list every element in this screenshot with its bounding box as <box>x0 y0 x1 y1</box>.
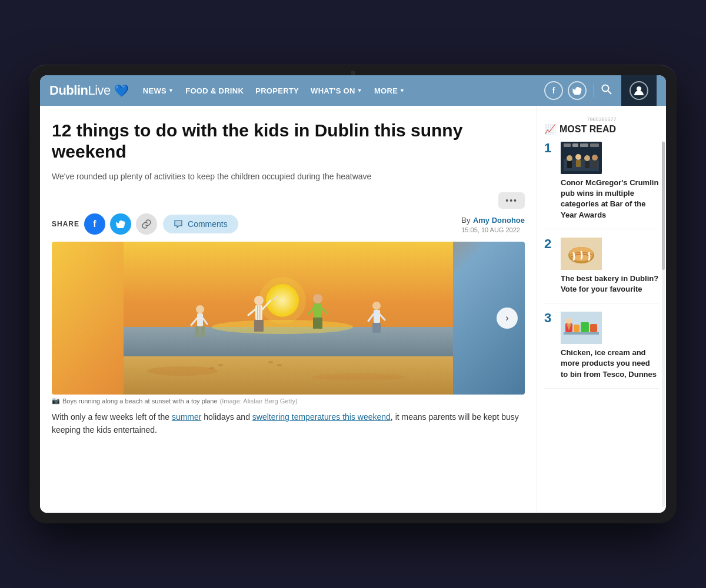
camera-dot <box>351 71 355 75</box>
weekend-link[interactable]: sweltering temperatures this weekend <box>252 412 391 422</box>
sidebar-item-2-image <box>561 238 602 270</box>
article-image: › <box>52 242 525 395</box>
sidebar-item-1-image <box>561 142 602 174</box>
svg-point-39 <box>268 361 273 363</box>
svg-rect-59 <box>564 332 599 335</box>
sidebar-item-3[interactable]: 3 <box>544 312 659 389</box>
search-icon <box>601 84 612 95</box>
share-facebook-button[interactable]: f <box>84 213 105 235</box>
svg-rect-61 <box>574 325 580 332</box>
logo[interactable]: DublinLive 💙 <box>49 83 129 98</box>
image-caption: 📷 Boys running along a beach at sunset w… <box>52 397 525 405</box>
svg-rect-54 <box>590 143 599 147</box>
nav-item-property[interactable]: PROPERTY <box>255 86 299 95</box>
share-twitter-button[interactable] <box>110 213 131 235</box>
sidebar-item-3-title: Chicken, ice cream and more products you… <box>561 348 659 380</box>
article-main: 12 things to do with the kids in Dublin … <box>40 106 537 513</box>
nav-item-news[interactable]: NEWS ▼ <box>143 86 174 95</box>
svg-point-45 <box>575 154 581 160</box>
nav-item-food[interactable]: FOOD & DRINK <box>185 86 244 95</box>
svg-rect-22 <box>259 320 264 332</box>
nav-right: f <box>544 75 657 106</box>
user-icon <box>634 85 644 96</box>
svg-rect-48 <box>585 161 590 168</box>
svg-rect-14 <box>201 326 205 337</box>
search-button[interactable] <box>601 84 612 98</box>
article-title: 12 things to do with the kids in Dublin … <box>52 120 525 162</box>
award-event-image <box>561 142 602 174</box>
svg-rect-18 <box>255 305 262 320</box>
svg-point-0 <box>602 85 609 91</box>
heart-icon: 💙 <box>114 83 129 98</box>
more-options-row: ••• <box>52 192 525 209</box>
share-section: SHARE f <box>52 213 157 235</box>
svg-rect-21 <box>254 320 259 332</box>
logo-text: DublinLive <box>49 83 111 98</box>
svg-point-38 <box>218 364 223 366</box>
image-next-button[interactable]: › <box>497 308 518 329</box>
sidebar-item-2-number: 2 <box>544 238 556 295</box>
twitter-bird-icon <box>572 87 582 95</box>
nav-item-more[interactable]: MORE ▼ <box>374 86 405 95</box>
svg-point-64 <box>566 318 572 324</box>
tablet-screen: DublinLive 💙 NEWS ▼ FOOD & DRINK PROPERT… <box>40 75 666 513</box>
svg-rect-19 <box>257 305 258 320</box>
svg-point-17 <box>254 296 264 305</box>
svg-point-43 <box>567 155 572 161</box>
svg-point-40 <box>277 364 282 366</box>
svg-point-37 <box>209 367 214 369</box>
summer-link[interactable]: summer <box>172 412 202 422</box>
svg-point-7 <box>212 320 353 334</box>
twitter-nav-button[interactable] <box>568 81 587 100</box>
article-actions-row: SHARE f <box>52 213 525 235</box>
comments-button[interactable]: Comments <box>163 215 238 233</box>
svg-rect-44 <box>567 161 572 168</box>
svg-rect-33 <box>372 323 377 333</box>
author-link[interactable]: Amy Donohoe <box>473 216 525 225</box>
facebook-nav-button[interactable]: f <box>544 81 563 100</box>
content-area: 12 things to do with the kids in Dublin … <box>40 106 666 513</box>
svg-rect-52 <box>572 143 578 147</box>
share-label: SHARE <box>52 220 79 228</box>
article-subtitle: We've rounded up plenty of activities to… <box>52 171 525 183</box>
nav-item-whatson[interactable]: WHAT'S ON ▼ <box>311 86 362 95</box>
sidebar-item-1[interactable]: 1 <box>544 142 659 229</box>
svg-point-10 <box>312 373 406 380</box>
link-icon <box>142 219 151 229</box>
user-menu-button[interactable] <box>621 75 657 106</box>
author-byline: By Amy Donohoe <box>461 215 525 225</box>
svg-point-25 <box>313 294 322 303</box>
svg-point-2 <box>637 86 641 91</box>
most-read-label: MOST READ <box>560 124 616 135</box>
nav-links: NEWS ▼ FOOD & DRINK PROPERTY WHAT'S ON ▼… <box>143 86 544 95</box>
sidebar-item-2[interactable]: 2 <box>544 238 659 303</box>
article-wrapper: 12 things to do with the kids in Dublin … <box>40 106 666 513</box>
author-meta: By Amy Donohoe 15:05, 10 AUG 2022 <box>461 215 525 233</box>
svg-point-47 <box>584 155 590 161</box>
nav-divider <box>594 83 594 98</box>
sidebar-item-3-image <box>561 312 602 344</box>
svg-point-31 <box>372 302 381 310</box>
share-link-button[interactable] <box>136 213 157 235</box>
sidebar-item-1-number: 1 <box>544 142 556 220</box>
svg-point-9 <box>147 366 218 376</box>
image-credit: (Image: Alistair Berg Getty) <box>220 397 298 405</box>
user-avatar-icon <box>630 81 648 100</box>
more-options-button[interactable]: ••• <box>498 192 525 209</box>
sidebar-scrollbar[interactable] <box>662 141 665 507</box>
trending-icon: 📈 <box>544 123 556 135</box>
nav-news-caret: ▼ <box>168 88 174 93</box>
share-twitter-icon <box>116 220 125 228</box>
nav-more-caret: ▼ <box>399 88 405 93</box>
article-image-container: › 📷 Boys running along a beach at sunset… <box>52 242 525 405</box>
most-read-header: 📈 MOST READ <box>544 123 659 135</box>
svg-rect-53 <box>580 143 588 147</box>
navbar: DublinLive 💙 NEWS ▼ FOOD & DRINK PROPERT… <box>40 75 666 106</box>
svg-rect-51 <box>564 143 571 147</box>
svg-rect-34 <box>377 323 381 333</box>
share-and-comments: SHARE f <box>52 213 238 235</box>
svg-rect-50 <box>592 161 597 168</box>
svg-rect-27 <box>313 318 318 329</box>
beach-scene-svg <box>52 242 525 395</box>
sidebar-item-3-number: 3 <box>544 312 556 380</box>
